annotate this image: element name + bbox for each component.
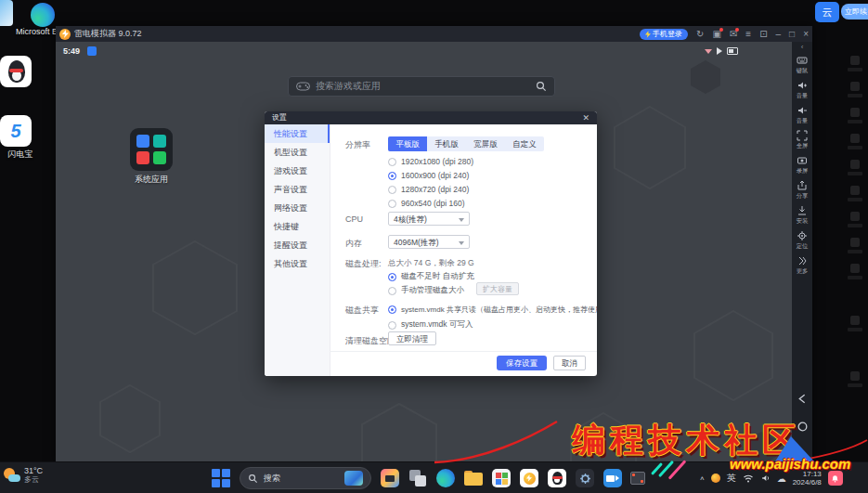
windows-logo-icon bbox=[212, 469, 230, 487]
message-icon[interactable]: ✉ bbox=[730, 30, 737, 39]
taskbar-search-box[interactable]: 搜索 bbox=[240, 467, 371, 489]
fullscreen-icon bbox=[797, 130, 808, 141]
mini-app-icon bbox=[136, 135, 149, 148]
cancel-button[interactable]: 取消 bbox=[553, 356, 586, 370]
ldplayer-logo-icon bbox=[59, 29, 71, 40]
android-back-button[interactable] bbox=[792, 393, 812, 405]
tab-tablet[interactable]: 平板版 bbox=[388, 136, 427, 151]
resolution-option-960[interactable]: 960x540 (dpi 160) bbox=[388, 199, 465, 208]
virtual-location-icon bbox=[797, 230, 808, 241]
app-desktop-icon[interactable] bbox=[0, 56, 32, 87]
resolution-option-1280[interactable]: 1280x720 (dpi 240) bbox=[388, 185, 469, 194]
resolution-option-1920[interactable]: 1920x1080 (dpi 280) bbox=[388, 157, 473, 166]
nav-device-model[interactable]: 机型设置 bbox=[265, 143, 330, 162]
system-apps-folder-label: 系统应用 bbox=[113, 174, 189, 186]
taskbar-app-media[interactable] bbox=[379, 467, 401, 489]
back-icon bbox=[797, 393, 809, 405]
sync-icon[interactable]: ↻ bbox=[696, 30, 704, 39]
search-icon bbox=[536, 81, 547, 92]
close-button[interactable]: × bbox=[803, 30, 809, 39]
toolbar-keyboard-button[interactable]: 键鼠 bbox=[792, 55, 812, 75]
nav-prompts[interactable]: 提醒设置 bbox=[265, 236, 330, 254]
toolbar-label: 分享 bbox=[793, 192, 811, 201]
phone-login-label: 手机登录 bbox=[653, 29, 682, 40]
cloud-phone-button[interactable]: 云 bbox=[815, 2, 839, 22]
disk-share-readonly-option[interactable]: system.vmdk 共享只读（磁盘占用更小、启动更快，推荐使用） bbox=[388, 305, 597, 315]
disk-manual-option[interactable]: 手动管理磁盘大小 bbox=[388, 285, 464, 296]
save-settings-button[interactable]: 保存设置 bbox=[497, 356, 547, 370]
media-app-icon bbox=[381, 469, 399, 487]
expand-disk-button[interactable]: 扩大容量 bbox=[476, 282, 519, 295]
cpu-select[interactable]: 4核(推荐) bbox=[388, 212, 470, 226]
menu-icon[interactable]: ≡ bbox=[745, 30, 751, 39]
radio-icon bbox=[388, 158, 396, 166]
toolbar-fullscreen-button[interactable]: 全屏 bbox=[792, 130, 812, 150]
resolution-label: 分辨率 bbox=[345, 139, 370, 151]
dialog-title: 设置 bbox=[272, 111, 287, 124]
collapse-toolbar-button[interactable]: ‹ bbox=[792, 43, 812, 51]
toolbar-record-button[interactable]: 录屏 bbox=[792, 155, 812, 175]
tab-widescreen[interactable]: 宽屏版 bbox=[466, 136, 505, 151]
cloud-renew-pill[interactable]: 立即续费 bbox=[841, 4, 868, 19]
nav-game-settings[interactable]: 游戏设置 bbox=[265, 162, 330, 180]
edge-desktop-icon[interactable] bbox=[31, 3, 55, 27]
toolbar-install-button[interactable]: 安装 bbox=[792, 205, 812, 226]
window-title: 雷电模拟器 9.0.72 bbox=[74, 28, 142, 40]
clean-now-button[interactable]: 立即清理 bbox=[388, 331, 436, 345]
toolbar-label: 安装 bbox=[793, 217, 811, 226]
gift-icon[interactable]: ▣ bbox=[712, 30, 720, 39]
settings-dialog: 设置 ✕ 性能设置 机型设置 游戏设置 声音设置 网络设置 快捷键 提醒设置 其… bbox=[265, 111, 597, 376]
cloud-renew-label: 立即续费 bbox=[841, 4, 868, 19]
toolbar-volume-up-button[interactable]: 音量 bbox=[792, 80, 812, 100]
toolbar-label: 键鼠 bbox=[793, 67, 811, 75]
taskbar-search-label: 搜索 bbox=[264, 473, 339, 485]
disk-share-writable-option[interactable]: system.vmdk 可写入 bbox=[388, 319, 473, 331]
screen: Microsoft Edge 5 闪电宝 云 立即续费 雷电模拟器 9.0 bbox=[0, 0, 868, 493]
watermark-url: www.paijishu.com bbox=[730, 456, 850, 472]
toolbar-label: 定位 bbox=[793, 242, 811, 251]
nav-shortcuts[interactable]: 快捷键 bbox=[265, 217, 330, 236]
dialog-header: 设置 ✕ bbox=[265, 111, 597, 124]
phone-login-button[interactable]: 手机登录 bbox=[640, 29, 688, 40]
toolbar-more-button[interactable]: 更多 bbox=[792, 255, 812, 276]
app-blue-desktop-icon[interactable]: 5 bbox=[0, 115, 32, 147]
record-icon bbox=[797, 155, 808, 166]
nav-audio[interactable]: 声音设置 bbox=[265, 180, 330, 199]
disk-auto-expand-option[interactable]: 磁盘不足时 自动扩充 bbox=[388, 271, 474, 282]
system-apps-folder[interactable] bbox=[130, 128, 173, 171]
minimize-button[interactable]: – bbox=[776, 30, 782, 39]
weather-widget[interactable]: 31°C 多云 bbox=[4, 466, 43, 484]
radio-icon bbox=[388, 321, 396, 330]
dialog-nav: 性能设置 机型设置 游戏设置 声音设置 网络设置 快捷键 提醒设置 其他设置 bbox=[265, 124, 330, 376]
android-clock: 5:49 bbox=[63, 46, 80, 56]
toolbar-share-button[interactable]: 分享 bbox=[792, 180, 812, 201]
toolbar-label: 更多 bbox=[793, 267, 811, 276]
mini-window-icon[interactable]: ⊡ bbox=[759, 30, 767, 39]
emulator-titlebar[interactable]: 雷电模拟器 9.0.72 手机登录 ↻ ▣ ✉ ≡ ⊡ – □ × bbox=[56, 26, 812, 42]
mini-app-icon bbox=[153, 151, 166, 164]
mini-app-icon bbox=[136, 151, 149, 164]
weather-icon bbox=[4, 467, 20, 484]
maximize-button[interactable]: □ bbox=[789, 30, 795, 39]
toolbar-locate-button[interactable]: 定位 bbox=[792, 230, 812, 251]
divider bbox=[330, 351, 597, 352]
nav-performance[interactable]: 性能设置 bbox=[265, 124, 330, 143]
nav-network[interactable]: 网络设置 bbox=[265, 199, 330, 217]
start-button[interactable] bbox=[210, 467, 232, 489]
resolution-option-1600[interactable]: 1600x900 (dpi 240) bbox=[388, 171, 469, 180]
notification-badge bbox=[719, 28, 723, 32]
game-search-bar[interactable]: 搜索游戏或应用 bbox=[288, 76, 555, 97]
more-icon bbox=[797, 255, 808, 266]
dialog-close-icon[interactable]: ✕ bbox=[582, 111, 589, 124]
nav-other[interactable]: 其他设置 bbox=[265, 254, 330, 273]
chevron-down-icon bbox=[459, 241, 464, 245]
memory-select[interactable]: 4096M(推荐) bbox=[388, 235, 470, 249]
toolbar-volume-down-button[interactable]: 音量 bbox=[792, 105, 812, 125]
chevron-down-icon bbox=[459, 218, 464, 222]
partial-desktop-icon[interactable] bbox=[0, 0, 13, 26]
tab-phone[interactable]: 手机版 bbox=[427, 136, 466, 151]
disk-share-label: 磁盘共享 bbox=[345, 305, 379, 317]
battery-icon bbox=[727, 47, 738, 55]
tab-custom[interactable]: 自定义 bbox=[505, 136, 544, 151]
watermark-strokes bbox=[408, 409, 868, 483]
